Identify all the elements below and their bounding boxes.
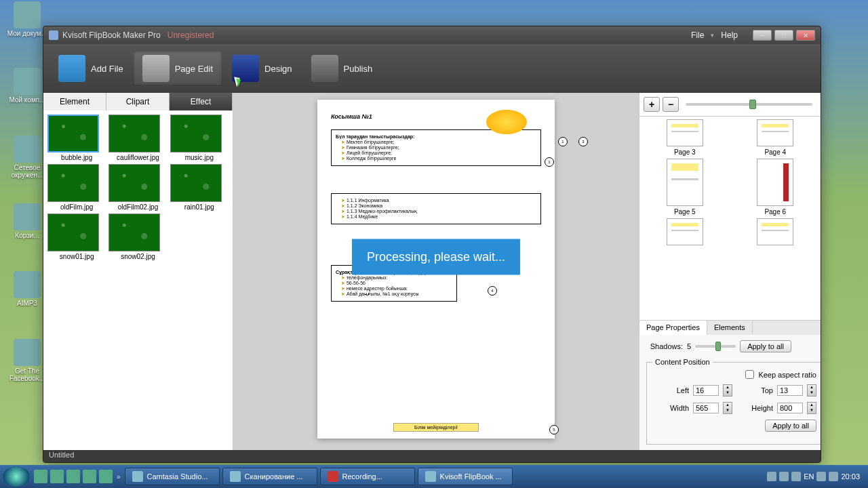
desktop-icon[interactable]: Мои докум... xyxy=(7,1,47,37)
desktop-icon[interactable]: Мой комп... xyxy=(7,68,47,104)
width-input[interactable] xyxy=(693,403,719,413)
tray-icon[interactable] xyxy=(829,472,838,481)
minimize-button[interactable]: ─ xyxy=(753,30,772,41)
effect-item[interactable]: oldFilm.jpg xyxy=(47,164,106,211)
zoom-in-button[interactable]: + xyxy=(644,97,660,112)
taskbar: » Camtasia Studio... Сканирование ... Re… xyxy=(0,465,868,488)
folder-icon xyxy=(58,55,85,82)
add-file-button[interactable]: Add File xyxy=(49,51,133,86)
taskbar-item[interactable]: Camtasia Studio... xyxy=(125,468,220,485)
taskbar-item[interactable]: Сканирование ... xyxy=(222,468,317,485)
desktop-icon[interactable]: AIMP3 xyxy=(7,271,47,307)
banner: Білім мейірімділері! xyxy=(393,423,479,432)
right-panel: + − Page 3 Page 4 Page 5 Page 6 xyxy=(639,93,821,450)
tray-icon[interactable] xyxy=(767,472,776,481)
tray-icon[interactable] xyxy=(779,472,789,481)
desktop-icon[interactable]: Сетевое окружен... xyxy=(7,136,47,179)
tray-icon[interactable] xyxy=(816,472,826,481)
quicklaunch-icon[interactable] xyxy=(34,470,47,483)
effect-item[interactable]: music.jpg xyxy=(170,115,229,161)
page-thumb[interactable] xyxy=(757,159,793,206)
shadows-label: Shadows: xyxy=(646,342,683,350)
main-toolbar: Add File Page Edit Design Publish xyxy=(43,44,821,93)
tab-clipart[interactable]: Clipart xyxy=(106,93,170,110)
statusbar: Untitled xyxy=(43,450,821,462)
app-title: Kvisoft FlipBook Maker Pro xyxy=(62,30,161,40)
effect-item[interactable]: rain01.jpg xyxy=(170,164,229,211)
spinner[interactable]: ▲▼ xyxy=(807,384,816,396)
quicklaunch-icon[interactable] xyxy=(99,470,113,483)
desktop-icon[interactable]: Get The Facebook... xyxy=(7,339,47,382)
left-panel: Element Clipart Effect bubble.jpg caulif… xyxy=(43,93,233,450)
keep-aspect-checkbox[interactable] xyxy=(745,370,754,379)
system-tray[interactable]: EN 20:03 xyxy=(767,472,865,481)
publish-icon xyxy=(311,55,338,82)
clock[interactable]: 20:03 xyxy=(841,472,860,481)
page-thumb[interactable] xyxy=(757,119,793,146)
maximize-button[interactable]: □ xyxy=(774,30,793,41)
app-icon xyxy=(49,30,58,40)
effect-item[interactable]: oldFilm02.jpg xyxy=(108,164,167,211)
close-button[interactable]: ✕ xyxy=(796,30,815,41)
apply-all-button-2[interactable]: Apply to all xyxy=(765,420,816,432)
spinner[interactable]: ▲▼ xyxy=(723,384,732,396)
menu-help[interactable]: Help xyxy=(721,30,738,40)
tab-page-properties[interactable]: Page Properties xyxy=(639,321,707,335)
tab-elements[interactable]: Elements xyxy=(707,321,753,335)
effect-grid: bubble.jpg cauliflower.jpg music.jpg old… xyxy=(43,110,233,264)
lang-indicator[interactable]: EN xyxy=(804,472,814,481)
top-input[interactable] xyxy=(777,385,803,396)
unregistered-label: Unregistered xyxy=(167,30,214,40)
shadows-slider[interactable] xyxy=(695,345,736,348)
edit-icon xyxy=(142,55,170,82)
menu-file[interactable]: File xyxy=(691,30,704,40)
taskbar-item[interactable]: Recording... xyxy=(320,468,415,485)
properties-panel: Shadows: 5 Apply to all Content Position… xyxy=(639,335,821,450)
quicklaunch-icon[interactable] xyxy=(66,470,80,483)
apply-all-button[interactable]: Apply to all xyxy=(740,340,791,352)
zoom-out-button[interactable]: − xyxy=(663,97,679,112)
zoom-slider[interactable] xyxy=(686,103,812,106)
start-button[interactable] xyxy=(3,466,30,487)
desktop-icon[interactable]: Корзи... xyxy=(7,203,47,239)
page-thumb[interactable] xyxy=(757,218,793,245)
quicklaunch-icon[interactable] xyxy=(50,470,64,483)
app-window: Kvisoft FlipBook Maker Pro Unregistered … xyxy=(43,26,821,463)
publish-button[interactable]: Publish xyxy=(302,51,382,86)
titlebar[interactable]: Kvisoft FlipBook Maker Pro Unregistered … xyxy=(43,26,821,44)
left-input[interactable] xyxy=(693,385,719,396)
canvas-area: Косымша №1 Бүл тараудан таныстырасыздар:… xyxy=(233,93,639,450)
taskbar-item[interactable]: Kvisoft FlipBook ... xyxy=(418,468,513,485)
effect-item[interactable]: snow02.jpg xyxy=(108,214,167,260)
effect-item[interactable]: cauliflower.jpg xyxy=(108,115,167,161)
processing-overlay: Processing, please wait... xyxy=(352,239,520,275)
page-thumb[interactable] xyxy=(667,119,703,146)
height-input[interactable] xyxy=(777,403,803,413)
page-thumb[interactable] xyxy=(667,218,703,245)
tab-effect[interactable]: Effect xyxy=(170,93,233,110)
effect-item[interactable]: bubble.jpg xyxy=(47,115,106,161)
page-thumb[interactable] xyxy=(667,159,703,206)
spinner[interactable]: ▲▼ xyxy=(723,402,732,414)
spinner[interactable]: ▲▼ xyxy=(807,402,816,414)
design-button[interactable]: Design xyxy=(222,51,301,86)
page-thumbnails[interactable]: Page 3 Page 4 Page 5 Page 6 xyxy=(639,117,821,320)
tab-element[interactable]: Element xyxy=(43,93,106,110)
content-position-legend: Content Position xyxy=(652,358,713,366)
quicklaunch-icon[interactable] xyxy=(83,470,96,483)
effect-item[interactable]: snow01.jpg xyxy=(47,214,106,260)
tray-icon[interactable] xyxy=(791,472,801,481)
page-edit-button[interactable]: Page Edit xyxy=(133,51,222,86)
